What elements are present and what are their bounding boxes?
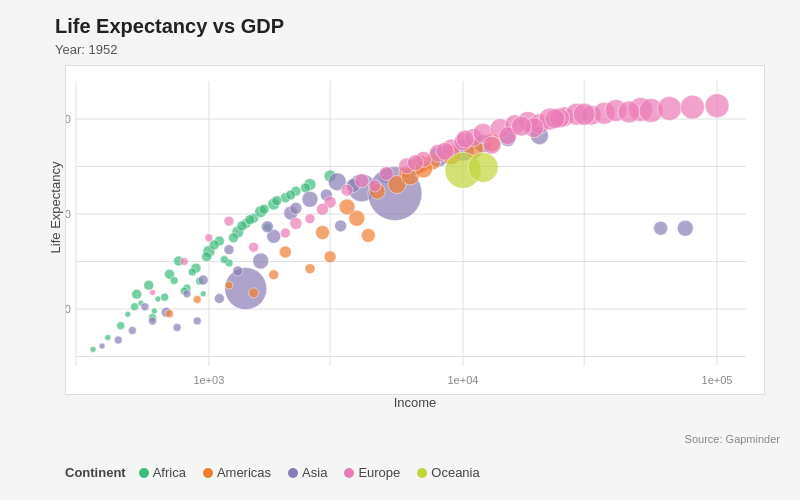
svg-point-104 [279,246,291,258]
svg-point-95 [654,221,668,235]
svg-point-142 [280,228,290,238]
svg-point-165 [680,95,704,119]
oceania-dot [417,468,427,478]
svg-point-19 [132,289,142,299]
svg-point-52 [202,252,212,262]
svg-point-22 [144,280,154,290]
legend-label: Continent [65,465,126,480]
svg-point-119 [379,167,393,181]
svg-text:1e+04: 1e+04 [448,374,479,386]
svg-point-164 [658,97,682,121]
asia-dot [288,468,298,478]
svg-point-153 [149,289,155,295]
legend-oceania-label: Oceania [431,465,479,480]
svg-point-118 [166,310,174,318]
svg-text:1e+05: 1e+05 [702,374,733,386]
legend-item-oceania: Oceania [417,465,479,480]
legend-item-africa: Africa [139,465,186,480]
chart-container: Life Expectancy vs GDP Year: 1952 Life E… [0,0,800,500]
svg-point-54 [220,256,228,264]
chart-subtitle: Year: 1952 [55,42,117,57]
svg-point-162 [618,101,640,123]
legend-americas-label: Americas [217,465,271,480]
svg-point-92 [99,343,105,349]
svg-point-98 [361,228,375,242]
legend-item-asia: Asia [288,465,327,480]
svg-text:60: 60 [66,208,71,220]
svg-point-87 [261,221,273,233]
legend-item-americas: Americas [203,465,271,480]
svg-point-21 [131,303,139,311]
svg-point-94 [335,220,347,232]
svg-point-50 [188,268,196,276]
svg-point-108 [315,226,329,240]
svg-text:40: 40 [66,303,71,315]
svg-point-139 [341,184,353,196]
svg-point-106 [249,288,259,298]
svg-point-57 [245,215,255,225]
svg-point-55 [228,233,238,243]
svg-point-138 [355,174,369,188]
svg-point-157 [677,220,693,236]
svg-point-59 [272,196,282,206]
svg-point-82 [233,266,243,276]
svg-point-141 [305,214,315,224]
svg-point-23 [155,296,161,302]
svg-point-105 [269,270,279,280]
svg-point-64 [253,253,269,269]
svg-point-109 [339,199,355,215]
x-axis-label: Income [65,395,765,410]
svg-point-86 [224,245,234,255]
svg-point-168 [468,152,498,182]
svg-point-159 [512,116,532,136]
legend-europe-label: Europe [358,465,400,480]
svg-point-77 [193,317,201,325]
africa-dot [139,468,149,478]
svg-point-28 [200,291,206,297]
svg-point-91 [114,336,122,344]
legend-africa-label: Africa [153,465,186,480]
svg-point-160 [545,109,565,129]
svg-point-44 [125,311,131,317]
y-axis-label: Life Expectancy [48,162,63,254]
svg-point-93 [141,303,149,311]
svg-point-166 [705,94,729,118]
svg-point-85 [198,275,208,285]
svg-point-146 [483,136,501,154]
svg-point-80 [128,326,136,334]
svg-text:80: 80 [66,113,71,125]
svg-point-84 [183,290,191,298]
svg-point-60 [286,190,296,200]
svg-point-43 [117,322,125,330]
legend-item-europe: Europe [344,465,400,480]
svg-point-117 [193,296,201,304]
svg-point-79 [148,317,156,325]
chart-title: Life Expectancy vs GDP [55,15,284,38]
chart-area: 4060801e+031e+041e+05 [65,65,765,395]
svg-point-67 [302,191,318,207]
svg-point-145 [316,203,328,215]
legend: Continent Africa Americas Asia Europe Oc… [65,465,492,480]
europe-dot [344,468,354,478]
svg-point-58 [259,204,269,214]
svg-point-154 [369,180,381,192]
svg-point-78 [173,324,181,332]
svg-point-144 [290,218,302,230]
svg-point-46 [151,308,157,314]
svg-point-158 [456,130,474,148]
svg-point-161 [573,103,595,125]
svg-point-41 [90,346,96,352]
svg-point-103 [305,264,315,274]
svg-point-107 [225,281,233,289]
legend-asia-label: Asia [302,465,327,480]
svg-point-102 [324,251,336,263]
svg-point-150 [224,216,234,226]
svg-text:1e+03: 1e+03 [193,374,224,386]
svg-point-151 [205,234,213,242]
svg-point-88 [290,202,302,214]
svg-point-42 [105,335,111,341]
americas-dot [203,468,213,478]
svg-point-155 [407,155,423,171]
svg-point-143 [249,242,259,252]
svg-point-152 [180,258,188,266]
